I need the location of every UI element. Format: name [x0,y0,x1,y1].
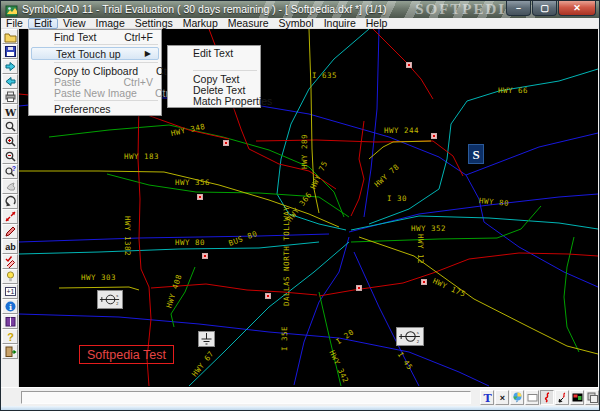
balloon-tool-icon[interactable] [510,390,524,405]
submenu-item-copy-text[interactable]: Copy Text [169,73,259,84]
zoom-icon[interactable] [2,119,18,134]
edit-menu-item-preferences[interactable]: Preferences [30,103,160,114]
highway-label: I 635 [312,72,337,80]
highway-label: HWY 183 [124,153,159,161]
close-button[interactable]: ✕ [558,1,596,16]
text-icon[interactable]: ab [2,239,18,254]
menubar-item-markup[interactable]: Markup [178,18,223,29]
status-toolbar: T× [479,390,599,405]
menubar-item-settings[interactable]: Settings [130,18,178,29]
symbol-marker[interactable] [223,140,229,146]
symbol-marker[interactable] [406,62,412,68]
highway-label: HWY 80 [175,239,205,247]
edit-menu-item-text-touch-up[interactable]: Text Touch up▶ [31,47,159,60]
submenu-item-edit-text[interactable]: Edit Text [169,47,259,58]
window-bottom-edge [1,406,599,411]
svg-text:×: × [500,393,505,403]
menubar-item-image[interactable]: Image [91,18,130,29]
open-icon[interactable] [2,29,18,44]
highway-label: HWY 1382 [123,216,131,256]
submenu-arrow-icon: ▶ [145,49,151,58]
zoom-window-icon[interactable]: ? [2,164,18,179]
draw-icon[interactable] [2,224,18,239]
menubar-item-help[interactable]: Help [361,18,393,29]
edit-markup-icon[interactable] [2,254,18,269]
edit-menu-separator [54,44,158,45]
zoom-out-icon[interactable] [2,149,18,164]
softpedia-s-logo: S [468,144,484,164]
title-bar[interactable]: SymbolCAD 11 - Trial Evaluation ( 30 day… [1,1,599,18]
edit-menu: Find TextCtrl+FText Touch up▶Copy to Cli… [28,29,162,116]
app-window: SymbolCAD 11 - Trial Evaluation ( 30 day… [0,0,600,411]
menubar-item-symbol[interactable]: Symbol [274,18,319,29]
rectangle-tool-icon[interactable] [525,390,539,405]
menubar-item-file[interactable]: File [1,18,28,29]
redline-arrow-tool-icon[interactable] [555,390,569,405]
menu-item-label: Paste New Image [54,87,137,99]
svg-text:2: 2 [116,302,118,306]
window-tool-icon[interactable] [585,390,599,405]
symbol-marker[interactable] [356,285,362,291]
edit-menu-item-find-text[interactable]: Find TextCtrl+F [30,31,160,42]
maximize-button[interactable]: ▢ [532,1,557,16]
notes-icon[interactable] [2,314,18,329]
exit-icon[interactable] [2,344,18,359]
prev-page-icon[interactable] [2,74,18,89]
highway-label: HWY 352 [411,225,446,233]
edit-menu-item-copy-to-clipboard[interactable]: Copy to ClipboardCtrl+C [30,65,160,76]
menubar-item-measure[interactable]: Measure [223,18,274,29]
menu-item-label: Preferences [54,103,111,115]
delete-text-tool-icon[interactable]: × [495,390,509,405]
image-tool-icon[interactable] [570,390,584,405]
info-icon[interactable]: i [2,299,18,314]
symbol-marker[interactable] [431,133,437,139]
text-tool-icon[interactable]: T [480,390,494,405]
menu-item-label: Match Properties [193,95,272,107]
highway-label: HWY 303 [81,274,116,282]
submenu-item-delete-text[interactable]: Delete Text [169,84,259,95]
symbol-marker[interactable] [202,253,208,259]
symbol-marker[interactable] [421,279,427,285]
help-icon[interactable]: ? [2,329,18,344]
menu-bar: FileEditViewImageSettingsMarkupMeasureSy… [1,18,599,29]
menubar-item-edit[interactable]: Edit [28,18,58,29]
app-icon [5,3,18,18]
highway-label: HWY 356 [175,179,210,187]
svg-text:T: T [483,391,492,404]
measure-icon[interactable] [2,209,18,224]
menu-item-shortcut: Ctrl+F [124,31,153,43]
menubar-item-inquire[interactable]: Inquire [319,18,361,29]
status-bar: T× [1,387,599,406]
redline-tool-icon[interactable] [540,390,554,405]
circuit-symbol[interactable]: s2 [396,327,424,346]
symbol-marker[interactable] [265,293,271,299]
print-icon[interactable] [2,89,18,104]
status-message-field [21,391,471,404]
next-page-icon[interactable] [2,59,18,74]
highway-label: HWY 244 [384,127,419,135]
text-touchup-submenu: Edit TextCopy TextDelete TextMatch Prope… [167,45,261,108]
highway-label: HWY 289 [301,134,309,169]
svg-text:ab: ab [5,242,16,252]
highway-label: I 30 [387,195,407,203]
window-title: SymbolCAD 11 - Trial Evaluation ( 30 day… [22,3,387,15]
edit-menu-separator [54,62,158,63]
highlight-icon[interactable] [2,269,18,284]
svg-text:W: W [4,107,17,118]
pan-icon [2,179,18,194]
submenu-item-match-properties[interactable]: Match Properties [169,95,259,106]
count-icon[interactable]: +1 [2,284,18,299]
undo-icon[interactable] [2,194,18,209]
minimize-button[interactable]: – [506,1,531,16]
font-icon[interactable]: W [2,104,18,119]
edit-menu-item-paste-new-image[interactable]: Paste New ImageCtrl+Shift+V [30,87,160,98]
edit-menu-separator [54,100,158,101]
circuit-symbol[interactable]: s2 [97,290,123,309]
menubar-item-view[interactable]: View [58,18,91,29]
edit-menu-item-paste[interactable]: PasteCtrl+V [30,76,160,87]
save-icon[interactable] [2,44,18,59]
symbol-marker[interactable] [197,194,203,200]
svg-text:i: i [8,302,11,312]
zoom-in-icon[interactable] [2,134,18,149]
ground-symbol[interactable] [198,331,215,347]
